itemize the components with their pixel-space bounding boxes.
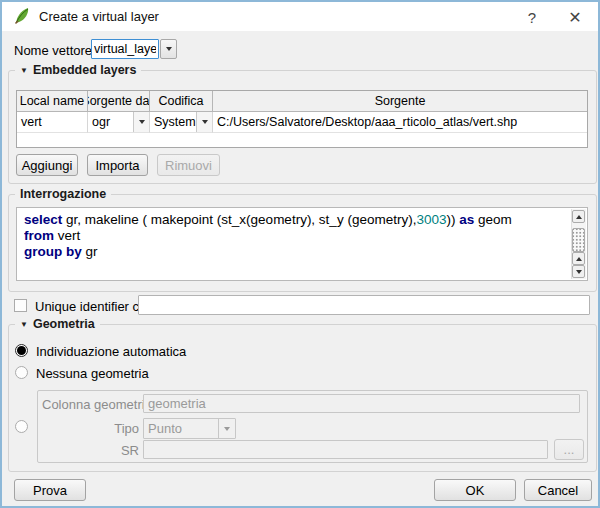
layer-name-dropdown-button[interactable] xyxy=(160,39,177,59)
test-button[interactable]: Prova xyxy=(14,479,86,501)
scrollbar-thumb[interactable] xyxy=(572,228,585,252)
geometry-group-title[interactable]: ▼Geometria xyxy=(15,317,100,331)
sql-editor-scrollbar[interactable] xyxy=(571,209,586,279)
encoding-dropdown-button[interactable] xyxy=(196,112,212,132)
sql-line-1: select gr, makeline ( makepoint (st_x(ge… xyxy=(24,212,569,228)
embedded-layers-group-title[interactable]: ▼Embedded layers xyxy=(15,63,141,77)
column-header-provider[interactable]: Sorgente dati xyxy=(88,91,150,112)
help-icon[interactable]: ? xyxy=(519,5,545,29)
column-header-source[interactable]: Sorgente xyxy=(213,91,587,112)
remove-layer-button: Rimuovi xyxy=(157,154,220,176)
chevron-down-icon xyxy=(202,120,208,124)
cell-source-path[interactable]: C:/Users/Salvatore/Desktop/aaa_rticolo_a… xyxy=(213,112,587,133)
radio-autodetect-geometry[interactable] xyxy=(15,344,28,357)
cancel-button[interactable]: Cancel xyxy=(524,479,592,501)
query-group-title: Interrogazione xyxy=(15,187,111,201)
close-icon[interactable]: ✕ xyxy=(562,5,588,29)
radio-no-geometry[interactable] xyxy=(15,366,28,379)
geometry-column-label: Colonna geometrie xyxy=(42,397,139,412)
geometry-type-label: Tipo xyxy=(42,421,139,436)
layer-name-input[interactable] xyxy=(91,39,159,59)
unique-id-input[interactable] xyxy=(138,295,590,315)
sql-editor[interactable]: select gr, makeline ( makepoint (st_x(ge… xyxy=(16,207,588,281)
embedded-layers-table[interactable]: Local name Sorgente dati Codifica Sorgen… xyxy=(16,90,588,148)
window-title: Create a virtual layer xyxy=(39,9,159,24)
add-layer-button[interactable]: Aggiungi xyxy=(16,154,78,176)
type-dropdown-button xyxy=(218,419,235,438)
sql-line-2: from vert xyxy=(24,228,569,244)
arrow-down-icon xyxy=(576,270,582,274)
layer-name-label: Nome vettore xyxy=(14,43,92,58)
ok-button[interactable]: OK xyxy=(434,479,516,501)
radio-manual-geometry[interactable] xyxy=(15,420,28,433)
unique-id-checkbox[interactable] xyxy=(14,299,27,312)
arrow-up-icon xyxy=(576,215,582,219)
provider-dropdown-button[interactable] xyxy=(133,112,149,132)
collapse-triangle-icon: ▼ xyxy=(20,320,28,329)
geometry-column-input xyxy=(143,394,580,413)
chevron-down-icon xyxy=(224,427,230,431)
srid-browse-button: ... xyxy=(554,439,584,460)
radio-autodetect-label[interactable]: Individuazione automatica xyxy=(36,344,186,359)
srid-label: SR xyxy=(42,443,139,458)
collapse-triangle-icon: ▼ xyxy=(20,66,28,75)
radio-no-geometry-label[interactable]: Nessuna geometria xyxy=(36,366,149,381)
srid-input xyxy=(143,440,548,459)
scroll-down-button[interactable] xyxy=(572,265,585,278)
cell-local-name[interactable]: vert xyxy=(17,112,88,133)
create-virtual-layer-dialog: Create a virtual layer ? ✕ Nome vettore … xyxy=(0,0,600,508)
qgis-icon xyxy=(13,7,31,25)
cell-provider-combo[interactable]: ogr xyxy=(88,112,150,133)
table-header-row: Local name Sorgente dati Codifica Sorgen… xyxy=(17,91,587,112)
sql-text[interactable]: select gr, makeline ( makepoint (st_x(ge… xyxy=(24,212,569,278)
arrow-up-icon xyxy=(576,257,582,261)
chevron-down-icon xyxy=(166,47,172,51)
cell-encoding-combo[interactable]: System xyxy=(150,112,213,133)
column-header-encoding[interactable]: Codifica xyxy=(150,91,213,112)
title-bar[interactable]: Create a virtual layer ? ✕ xyxy=(2,2,598,31)
import-layer-button[interactable]: Importa xyxy=(87,154,148,176)
sql-line-3: group by gr xyxy=(24,244,569,260)
table-row[interactable]: vert ogr System C:/Users/Salvatore/Deskt… xyxy=(17,112,587,133)
scroll-up-button[interactable] xyxy=(572,210,585,223)
geometry-type-combo: Punto xyxy=(143,418,236,439)
chevron-down-icon xyxy=(139,120,145,124)
scroll-up-button-2[interactable] xyxy=(572,252,585,265)
column-header-local-name[interactable]: Local name xyxy=(17,91,88,112)
